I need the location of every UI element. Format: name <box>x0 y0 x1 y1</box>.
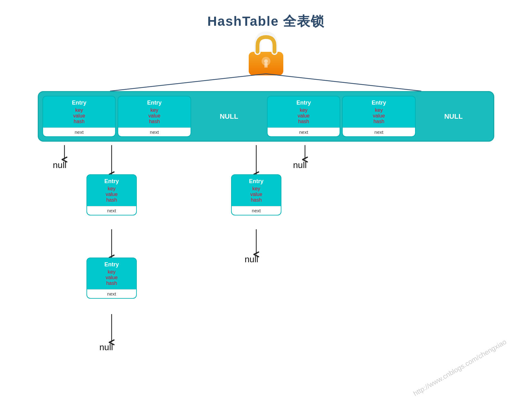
cell5-null-label: NULL <box>444 112 463 121</box>
hashtable-row: Entry key value hash next Entry key valu… <box>38 91 494 142</box>
chain4a-value: value <box>250 192 262 197</box>
table-cell-3: Entry key value hash next <box>267 96 340 137</box>
lock-icon <box>246 31 286 75</box>
cell0-label: Entry <box>72 100 86 106</box>
svg-line-3 <box>110 74 266 91</box>
chain2b-value: value <box>106 275 118 280</box>
table-cell-1: Entry key value hash next <box>118 96 191 137</box>
null-col0: null <box>53 160 67 170</box>
cell2-null-label: NULL <box>220 112 238 121</box>
cell3-key: key <box>300 107 308 113</box>
chain2b-next: next <box>87 289 136 298</box>
cell0-key: key <box>75 107 83 113</box>
chain4a-key: key <box>252 186 260 192</box>
chain-cell-4a: Entry key value hash next <box>231 174 281 215</box>
cell3-value: value <box>298 113 310 119</box>
cell0-value: value <box>73 113 85 119</box>
watermark: http://www.cnblogs.com/chengxiao <box>412 338 508 397</box>
cell3-next: next <box>268 128 340 136</box>
cell1-value: value <box>148 113 160 119</box>
cell4-next: next <box>343 128 415 136</box>
cell0-next: next <box>43 128 115 136</box>
cell1-label: Entry <box>147 100 162 106</box>
svg-line-4 <box>266 74 421 91</box>
chain4a-next: next <box>232 206 281 215</box>
cell4-hash: hash <box>374 119 385 124</box>
cell4-label: Entry <box>372 100 386 106</box>
table-cell-5-null: NULL <box>418 96 490 137</box>
chain2a-next: next <box>87 206 136 215</box>
chain4a-hash: hash <box>251 197 262 203</box>
page-title: HashTable 全表锁 <box>0 13 532 30</box>
chain-cell-2a: Entry key value hash next <box>86 174 137 215</box>
cell4-key: key <box>375 107 383 113</box>
chain2a-hash: hash <box>106 197 117 203</box>
null-col3-bottom: null <box>245 254 258 264</box>
chain2a-label: Entry <box>104 178 119 185</box>
cell0-hash: hash <box>74 119 85 124</box>
chain2b-label: Entry <box>104 261 119 268</box>
chain-cell-2b: Entry key value hash next <box>86 258 137 299</box>
chain2b-key: key <box>108 269 116 275</box>
cell1-hash: hash <box>149 119 160 124</box>
null-col4: null <box>293 160 307 170</box>
chain4a-label: Entry <box>249 178 263 185</box>
table-cell-0: Entry key value hash next <box>42 96 116 137</box>
cell3-hash: hash <box>298 119 309 124</box>
table-cell-4: Entry key value hash next <box>342 96 415 137</box>
cell3-label: Entry <box>296 100 311 106</box>
cell1-key: key <box>151 107 158 113</box>
cell1-next: next <box>118 128 190 136</box>
chain2a-value: value <box>106 192 118 197</box>
null-col1-bottom: null <box>99 342 113 352</box>
cell4-value: value <box>373 113 385 119</box>
chain2b-hash: hash <box>106 280 117 286</box>
table-cell-2-null: NULL <box>193 96 265 137</box>
chain2a-key: key <box>108 186 116 192</box>
